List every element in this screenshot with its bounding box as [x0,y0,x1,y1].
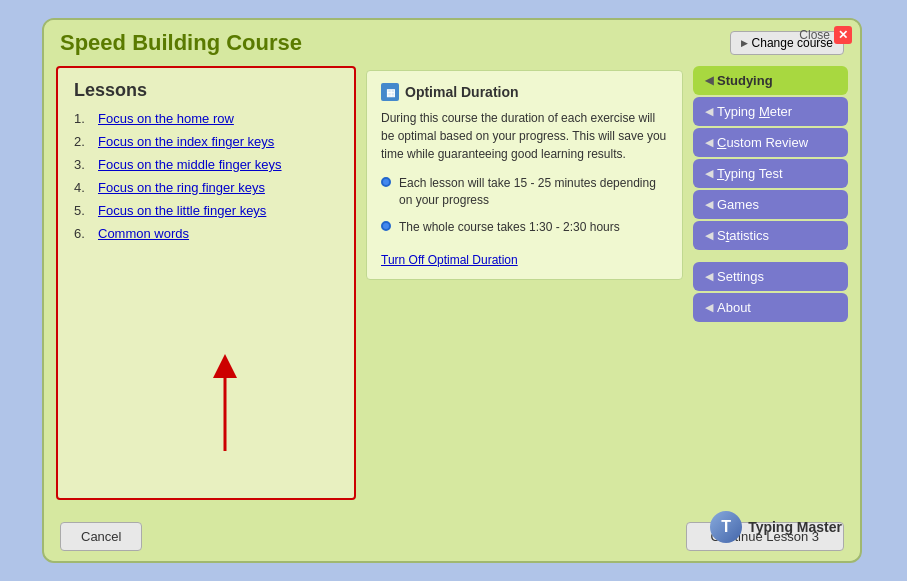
sidebar-statistics-label: Statistics [717,228,769,243]
main-window: Close ✕ Speed Building Course Change cou… [42,18,862,563]
duration-item-2: The whole course takes 1:30 - 2:30 hours [381,219,668,236]
sidebar-item-settings[interactable]: ◀ Settings [693,262,848,291]
lessons-heading: Lessons [74,80,338,101]
right-column: ◀ Studying ◀ Typing Meter ◀ Custom Revie… [693,66,848,500]
chevron-left-icon: ◀ [705,105,713,118]
sidebar-about-label: About [717,300,751,315]
chevron-left-icon: ◀ [705,136,713,149]
annotation-arrow [195,351,275,471]
sidebar-typing-test-label: Typing Test [717,166,783,181]
chevron-left-icon: ◀ [705,270,713,283]
sidebar-item-typing-meter[interactable]: ◀ Typing Meter [693,97,848,126]
list-item: 3. Focus on the middle finger keys [74,157,338,172]
close-area: Close ✕ [705,20,860,50]
lesson-num: 5. [74,203,92,218]
lesson-num: 1. [74,111,92,126]
list-item: 2. Focus on the index finger keys [74,134,338,149]
duration-header: ▦ Optimal Duration [381,83,668,101]
duration-bullet-text-1: Each lesson will take 15 - 25 minutes de… [399,175,668,209]
duration-item-1: Each lesson will take 15 - 25 minutes de… [381,175,668,209]
duration-panel: ▦ Optimal Duration During this course th… [366,66,683,500]
lesson-link[interactable]: Focus on the little finger keys [98,203,266,218]
sidebar-item-studying[interactable]: ◀ Studying [693,66,848,95]
bullet-icon [381,177,391,187]
chevron-left-icon: ◀ [705,301,713,314]
close-button[interactable]: ✕ [834,26,852,44]
lesson-num: 3. [74,157,92,172]
sidebar-custom-review-label: Custom Review [717,135,808,150]
bottom-bar: Cancel T Typing Master Continue Lesson 3 [44,512,860,561]
lesson-link[interactable]: Common words [98,226,189,241]
duration-description: During this course the duration of each … [381,109,668,163]
window-title: Speed Building Course [60,30,718,56]
sidebar-item-games[interactable]: ◀ Games [693,190,848,219]
duration-bullet-text-2: The whole course takes 1:30 - 2:30 hours [399,219,620,236]
lesson-num: 6. [74,226,92,241]
sidebar: ◀ Studying ◀ Typing Meter ◀ Custom Revie… [693,66,848,322]
duration-icon: ▦ [381,83,399,101]
turn-off-link[interactable]: Turn Off Optimal Duration [381,253,518,267]
lesson-link[interactable]: Focus on the index finger keys [98,134,274,149]
lesson-link[interactable]: Focus on the ring finger keys [98,180,265,195]
sidebar-settings-label: Settings [717,269,764,284]
chevron-left-icon: ◀ [705,74,713,87]
chevron-left-icon: ◀ [705,167,713,180]
lesson-num: 2. [74,134,92,149]
bullet-icon [381,221,391,231]
sidebar-item-statistics[interactable]: ◀ Statistics [693,221,848,250]
sidebar-typing-meter-label: Typing Meter [717,104,792,119]
list-item: 4. Focus on the ring finger keys [74,180,338,195]
lessons-list: 1. Focus on the home row 2. Focus on the… [74,111,338,241]
sidebar-item-custom-review[interactable]: ◀ Custom Review [693,128,848,157]
logo-text: Typing Master [748,519,842,535]
duration-box: ▦ Optimal Duration During this course th… [366,70,683,280]
duration-heading: Optimal Duration [405,84,519,100]
chevron-left-icon: ◀ [705,198,713,211]
lesson-link[interactable]: Focus on the middle finger keys [98,157,282,172]
close-label: Close [799,28,830,42]
sidebar-games-label: Games [717,197,759,212]
sidebar-studying-label: Studying [717,73,773,88]
sidebar-item-about[interactable]: ◀ About [693,293,848,322]
list-item: 6. Common words [74,226,338,241]
cancel-button[interactable]: Cancel [60,522,142,551]
sidebar-separator [693,252,848,260]
chevron-left-icon: ◀ [705,229,713,242]
list-item: 5. Focus on the little finger keys [74,203,338,218]
lesson-num: 4. [74,180,92,195]
lesson-link[interactable]: Focus on the home row [98,111,234,126]
sidebar-item-typing-test[interactable]: ◀ Typing Test [693,159,848,188]
logo-area: T Typing Master [710,511,842,543]
content-area: Lessons 1. Focus on the home row 2. Focu… [44,66,860,512]
typingmaster-icon: T [710,511,742,543]
list-item: 1. Focus on the home row [74,111,338,126]
